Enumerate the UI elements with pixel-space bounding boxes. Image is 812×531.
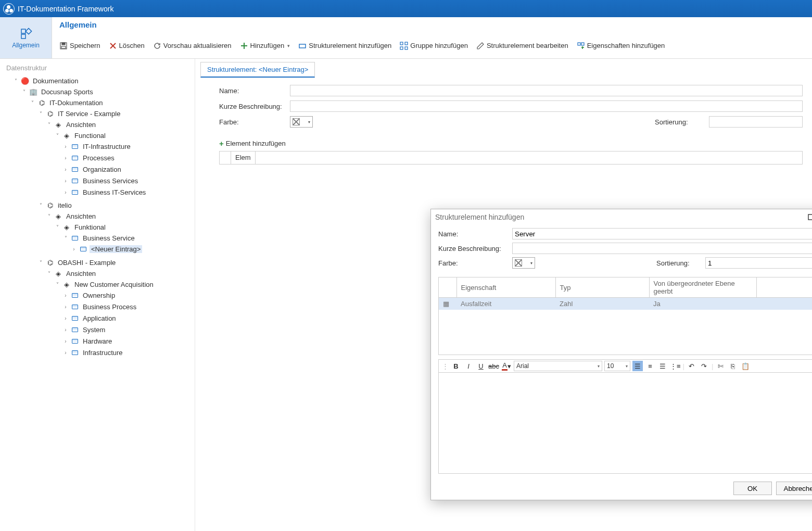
bold-button[interactable]: B bbox=[451, 361, 461, 371]
sitemap-icon: ⌬ bbox=[46, 109, 54, 118]
richtext-editor[interactable] bbox=[438, 373, 812, 474]
modal-properties-table: Eigenschaft Typ Von übergeordneter Ebene… bbox=[438, 277, 812, 355]
bullet-list-button[interactable]: ⋮≡ bbox=[670, 361, 681, 371]
richtext-toolbar: ⋮ B I U abc A▾ Arial▾ 10▾ ☰ ≡ ☰ ⋮≡ | ↶ ↷… bbox=[438, 359, 812, 373]
rect-icon bbox=[80, 247, 86, 251]
building-icon: 🏢 bbox=[29, 87, 37, 96]
svg-rect-5 bbox=[61, 46, 66, 48]
table-row[interactable]: ▦ Ausfallzeit Zahl Ja bbox=[439, 298, 812, 310]
add-group-button[interactable]: Gruppe hinzufügen bbox=[400, 42, 468, 50]
svg-rect-4 bbox=[62, 43, 65, 45]
add-structure-element-button[interactable]: Strukturelement hinzufügen bbox=[298, 42, 391, 50]
undo-button[interactable]: ↶ bbox=[687, 361, 697, 371]
tree: ˅🔴Dokumentation ˅🏢Docusnap Sports ˅⌬IT-D… bbox=[4, 75, 195, 361]
dropdown-caret-icon: ▾ bbox=[287, 43, 290, 48]
copy-button[interactable]: ⎘ bbox=[728, 361, 738, 371]
strike-button[interactable]: abc bbox=[488, 361, 499, 371]
dropdown-caret-icon: ▾ bbox=[530, 261, 532, 266]
sitemap-icon: ⌬ bbox=[46, 201, 54, 209]
font-family-select[interactable]: Arial▾ bbox=[514, 361, 602, 371]
color-picker[interactable]: ▾ bbox=[290, 116, 313, 128]
tree-node-organization[interactable]: ›Organization bbox=[62, 164, 195, 174]
redo-button[interactable]: ↷ bbox=[699, 361, 709, 371]
tree-node-infrastructure[interactable]: ›Infrastructure bbox=[62, 347, 195, 358]
font-size-select[interactable]: 10▾ bbox=[604, 361, 630, 371]
modal-input-short-desc[interactable] bbox=[512, 243, 812, 254]
delete-button[interactable]: Löschen bbox=[109, 42, 145, 50]
modal-label-name: Name: bbox=[438, 230, 505, 238]
save-button[interactable]: Speichern bbox=[59, 42, 100, 50]
tree-node-biz-process[interactable]: ›Business Process bbox=[62, 301, 195, 312]
cancel-button[interactable]: Abbrechen bbox=[776, 482, 812, 495]
add-button[interactable]: Hinzufügen ▾ bbox=[240, 42, 290, 50]
tree-node-functional[interactable]: ˅◈Functional bbox=[54, 130, 195, 141]
font-color-button[interactable]: A▾ bbox=[501, 361, 512, 371]
tree-node-new-entry[interactable]: ›<Neuer Eintrag> bbox=[71, 244, 195, 254]
tree-node-it-infra[interactable]: ›IT-Infrastructure bbox=[62, 141, 195, 151]
content-tab[interactable]: Strukturelement: <Neuer Eintrag> bbox=[200, 62, 315, 78]
tree-node-company[interactable]: ˅🏢Docusnap Sports bbox=[21, 86, 195, 97]
globe-icon: 🔴 bbox=[21, 77, 29, 85]
add-properties-button[interactable]: Eigenschaften hinzufügen bbox=[577, 42, 665, 50]
modal-color-picker[interactable]: ▾ bbox=[512, 257, 535, 269]
tree-node-views1[interactable]: ˅◈Ansichten bbox=[46, 119, 195, 130]
cut-button[interactable]: ✄ bbox=[715, 361, 726, 371]
svg-rect-9 bbox=[400, 47, 403, 49]
rect-icon bbox=[72, 339, 78, 344]
tree-node-views3[interactable]: ˅◈Ansichten bbox=[46, 268, 195, 279]
tree-node-ownership[interactable]: ›Ownership bbox=[62, 290, 195, 300]
rect-icon bbox=[72, 350, 78, 355]
th-property: Eigenschaft bbox=[456, 277, 555, 298]
app-title: IT-Dokumentation Framework bbox=[18, 5, 113, 13]
label-name: Name: bbox=[219, 87, 283, 95]
maximize-button[interactable] bbox=[805, 211, 812, 223]
tree-node-biz-it-services[interactable]: ›Business IT-Services bbox=[62, 187, 195, 197]
layers-icon: ◈ bbox=[54, 212, 62, 220]
tree-node-itdoc[interactable]: ˅⌬IT-Dokumentation bbox=[29, 97, 195, 108]
layers-icon: ◈ bbox=[54, 269, 62, 277]
add-element-link[interactable]: +Element hinzufügen bbox=[200, 132, 812, 151]
tree-node-biz-service[interactable]: ˅Business Service bbox=[62, 233, 195, 243]
modal-input-sort[interactable] bbox=[705, 257, 812, 269]
italic-button[interactable]: I bbox=[463, 361, 474, 371]
delete-icon bbox=[109, 42, 117, 50]
tree-node-views2[interactable]: ˅◈Ansichten bbox=[46, 211, 195, 221]
tree-node-itelio[interactable]: ˅⌬itelio bbox=[37, 200, 195, 210]
sidebar-title: Datenstruktur bbox=[4, 64, 195, 75]
svg-rect-13 bbox=[808, 214, 812, 220]
tree-node-biz-services[interactable]: ›Business Services bbox=[62, 175, 195, 186]
tree-node-processes[interactable]: ›Processes bbox=[62, 153, 195, 163]
underline-button[interactable]: U bbox=[476, 361, 486, 371]
sitemap-icon: ⌬ bbox=[37, 98, 46, 107]
align-center-button[interactable]: ≡ bbox=[645, 361, 655, 371]
input-name[interactable] bbox=[290, 85, 803, 96]
tree-node-hardware[interactable]: ›Hardware bbox=[62, 336, 195, 346]
svg-rect-6 bbox=[299, 44, 306, 48]
ribbon-tab-allgemein[interactable]: Allgemein bbox=[0, 17, 52, 58]
tree-node-dokumentation[interactable]: ˅🔴Dokumentation bbox=[12, 75, 195, 86]
tree-node-application[interactable]: ›Application bbox=[62, 313, 195, 323]
layers-icon: ◈ bbox=[62, 223, 71, 231]
rect-icon bbox=[72, 144, 78, 149]
align-right-button[interactable]: ☰ bbox=[657, 361, 668, 371]
modal-input-name[interactable] bbox=[512, 228, 812, 239]
tree-node-obashi[interactable]: ˅⌬OBASHI - Example bbox=[37, 257, 195, 268]
tree-node-nca[interactable]: ˅◈New Customer Acquisition bbox=[54, 279, 195, 289]
edit-structure-element-button[interactable]: Strukturelement bearbeiten bbox=[476, 42, 568, 50]
ok-button[interactable]: OK bbox=[733, 482, 772, 495]
ribbon-tab-label: Allgemein bbox=[12, 42, 40, 49]
maximize-icon bbox=[808, 214, 812, 220]
rect-icon bbox=[72, 167, 78, 172]
input-sort[interactable] bbox=[709, 116, 803, 128]
rect-icon bbox=[72, 327, 78, 332]
tree-node-system[interactable]: ›System bbox=[62, 324, 195, 335]
refresh-preview-button[interactable]: Vorschau aktualisieren bbox=[153, 42, 232, 50]
tree-node-funktional[interactable]: ˅◈Funktional bbox=[54, 222, 195, 232]
th-inherited: Von übergeordneter Ebene geerbt bbox=[649, 277, 757, 298]
tree-node-it-service-example[interactable]: ˅⌬IT Service - Example bbox=[37, 108, 195, 119]
paste-button[interactable]: 📋 bbox=[740, 361, 751, 371]
input-short-desc[interactable] bbox=[290, 100, 803, 112]
rect-icon bbox=[72, 293, 78, 298]
layers-icon: ◈ bbox=[62, 131, 71, 140]
align-left-button[interactable]: ☰ bbox=[632, 361, 643, 371]
